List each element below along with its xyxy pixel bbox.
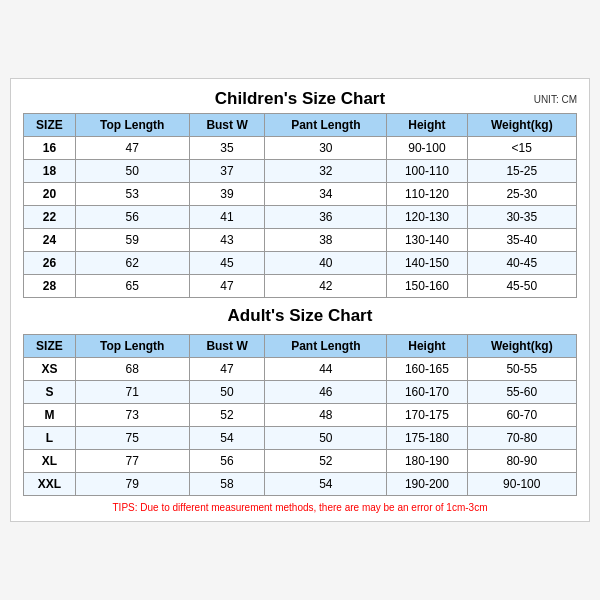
children-col-height: Height <box>387 114 467 137</box>
adults-col-height: Height <box>387 335 467 358</box>
table-cell: 28 <box>24 275 76 298</box>
table-row: S715046160-17055-60 <box>24 381 577 404</box>
table-cell: 53 <box>75 183 189 206</box>
table-row: XS684744160-16550-55 <box>24 358 577 381</box>
table-cell: 56 <box>189 450 265 473</box>
table-cell: XL <box>24 450 76 473</box>
table-cell: 15-25 <box>467 160 576 183</box>
table-cell: 59 <box>75 229 189 252</box>
table-cell: 140-150 <box>387 252 467 275</box>
table-cell: 70-80 <box>467 427 576 450</box>
tips-text: TIPS: Due to different measurement metho… <box>23 502 577 513</box>
table-cell: 30-35 <box>467 206 576 229</box>
table-cell: 160-165 <box>387 358 467 381</box>
table-cell: 71 <box>75 381 189 404</box>
adults-header-row: SIZE Top Length Bust W Pant Length Heigh… <box>24 335 577 358</box>
table-cell: 32 <box>265 160 387 183</box>
chart-container: Children's Size Chart UNIT: CM SIZE Top … <box>10 78 590 522</box>
table-cell: 90-100 <box>387 137 467 160</box>
table-cell: 40-45 <box>467 252 576 275</box>
table-cell: 41 <box>189 206 265 229</box>
children-title: Children's Size Chart <box>215 89 385 109</box>
table-cell: 58 <box>189 473 265 496</box>
table-cell: 52 <box>189 404 265 427</box>
table-cell: 25-30 <box>467 183 576 206</box>
table-cell: 52 <box>265 450 387 473</box>
adults-col-pant-length: Pant Length <box>265 335 387 358</box>
table-cell: 22 <box>24 206 76 229</box>
table-cell: 79 <box>75 473 189 496</box>
table-cell: XXL <box>24 473 76 496</box>
children-title-row: Children's Size Chart UNIT: CM <box>23 89 577 109</box>
table-cell: 48 <box>265 404 387 427</box>
adults-col-weight: Weight(kg) <box>467 335 576 358</box>
children-col-pant-length: Pant Length <box>265 114 387 137</box>
table-cell: 42 <box>265 275 387 298</box>
table-cell: 37 <box>189 160 265 183</box>
table-cell: 24 <box>24 229 76 252</box>
table-row: 28654742150-16045-50 <box>24 275 577 298</box>
children-table: SIZE Top Length Bust W Pant Length Heigh… <box>23 113 577 298</box>
table-cell: 39 <box>189 183 265 206</box>
table-row: XL775652180-19080-90 <box>24 450 577 473</box>
table-cell: 34 <box>265 183 387 206</box>
table-cell: 55-60 <box>467 381 576 404</box>
table-cell: 160-170 <box>387 381 467 404</box>
children-col-top-length: Top Length <box>75 114 189 137</box>
table-cell: 50-55 <box>467 358 576 381</box>
table-cell: 110-120 <box>387 183 467 206</box>
table-cell: 44 <box>265 358 387 381</box>
table-cell: 30 <box>265 137 387 160</box>
table-cell: 45 <box>189 252 265 275</box>
table-cell: 35 <box>189 137 265 160</box>
table-cell: 47 <box>75 137 189 160</box>
table-row: 18503732100-11015-25 <box>24 160 577 183</box>
table-cell: 18 <box>24 160 76 183</box>
table-cell: 150-160 <box>387 275 467 298</box>
table-cell: 38 <box>265 229 387 252</box>
table-cell: L <box>24 427 76 450</box>
table-cell: 46 <box>265 381 387 404</box>
table-cell: 180-190 <box>387 450 467 473</box>
table-row: M735248170-17560-70 <box>24 404 577 427</box>
table-cell: 36 <box>265 206 387 229</box>
children-col-size: SIZE <box>24 114 76 137</box>
adults-title: Adult's Size Chart <box>228 306 373 326</box>
table-cell: <15 <box>467 137 576 160</box>
table-row: 1647353090-100<15 <box>24 137 577 160</box>
table-cell: M <box>24 404 76 427</box>
table-cell: 26 <box>24 252 76 275</box>
table-cell: 54 <box>265 473 387 496</box>
table-cell: 65 <box>75 275 189 298</box>
table-row: L755450175-18070-80 <box>24 427 577 450</box>
table-cell: 20 <box>24 183 76 206</box>
table-cell: 77 <box>75 450 189 473</box>
table-cell: 170-175 <box>387 404 467 427</box>
table-cell: 130-140 <box>387 229 467 252</box>
table-row: 20533934110-12025-30 <box>24 183 577 206</box>
table-cell: 68 <box>75 358 189 381</box>
table-cell: 43 <box>189 229 265 252</box>
table-cell: 40 <box>265 252 387 275</box>
table-cell: 90-100 <box>467 473 576 496</box>
table-cell: 47 <box>189 275 265 298</box>
adults-section: Adult's Size Chart SIZE Top Length Bust … <box>23 306 577 496</box>
table-cell: 56 <box>75 206 189 229</box>
adults-table: SIZE Top Length Bust W Pant Length Heigh… <box>23 334 577 496</box>
table-row: 22564136120-13030-35 <box>24 206 577 229</box>
table-cell: 60-70 <box>467 404 576 427</box>
table-cell: 50 <box>75 160 189 183</box>
table-cell: 175-180 <box>387 427 467 450</box>
children-col-bust-w: Bust W <box>189 114 265 137</box>
children-header-row: SIZE Top Length Bust W Pant Length Heigh… <box>24 114 577 137</box>
table-cell: 50 <box>189 381 265 404</box>
table-cell: 120-130 <box>387 206 467 229</box>
adults-col-size: SIZE <box>24 335 76 358</box>
table-cell: 100-110 <box>387 160 467 183</box>
adults-col-top-length: Top Length <box>75 335 189 358</box>
table-cell: 75 <box>75 427 189 450</box>
table-cell: 16 <box>24 137 76 160</box>
table-row: XXL795854190-20090-100 <box>24 473 577 496</box>
table-cell: 54 <box>189 427 265 450</box>
table-cell: 80-90 <box>467 450 576 473</box>
